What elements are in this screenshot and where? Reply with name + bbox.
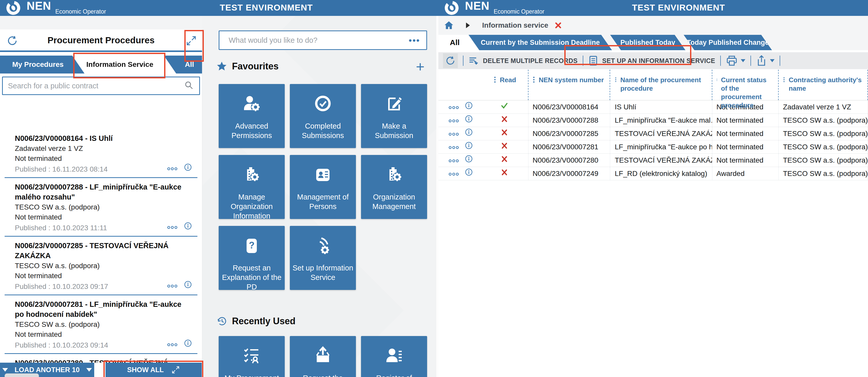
column-header-status[interactable]: Current status of the procurement proced… bbox=[712, 70, 779, 100]
tile-request-the[interactable]: Request the bbox=[290, 336, 356, 377]
item-title: N006/23/V00007280 - TESTOVACÍ VEŘEJNÁ ZA… bbox=[15, 358, 189, 363]
app-header: NEN Economic Operator TEST ENVIRONMENT N… bbox=[0, 0, 868, 16]
more-actions-icon[interactable] bbox=[448, 140, 459, 154]
document-icon bbox=[588, 55, 598, 66]
cell-authority: TESCO SW a.s. (podpora) bbox=[779, 114, 868, 127]
information-service-workspace: Information service AllCurrent by the Su… bbox=[438, 16, 868, 377]
table-row[interactable]: N006/23/V00007281 LF_minipříručka "E-auk… bbox=[438, 140, 868, 154]
column-header-authority[interactable]: Contracting authority's name bbox=[779, 70, 868, 100]
unread-x-icon bbox=[501, 167, 508, 180]
item-published: Published : 10.10.2023 09:14 bbox=[15, 340, 167, 350]
delete-multiple-records-button[interactable]: DELETE MULTIPLE RECORDS bbox=[469, 56, 578, 66]
tile-advanced-permissions[interactable]: Advanced Permissions bbox=[219, 84, 285, 148]
list-item[interactable]: N006/23/V00007285 - TESTOVACÍ VEŘEJNÁ ZA… bbox=[0, 237, 202, 295]
table-row[interactable]: N006/23/V00007288 LF_minipříručka "E-auk… bbox=[438, 114, 868, 127]
favourites-tiles: Advanced Permissions Completed Submissio… bbox=[219, 84, 428, 290]
tile-request-an-explanation-of-the-pd[interactable]: ? Request an Explanation of the PD bbox=[219, 226, 285, 290]
table-row[interactable]: N006/23/V00007249 LF_RD (elektronický ka… bbox=[438, 167, 868, 180]
cell-status: Awarded bbox=[712, 167, 779, 180]
table-row[interactable]: N006/23/V00007280 TESTOVACÍ VEŘEJNÁ ZAKÁ… bbox=[438, 154, 868, 167]
list-item[interactable]: N006/23/V00007288 - LF_minipříručka "E-a… bbox=[0, 178, 202, 237]
show-all-label: SHOW ALL bbox=[127, 366, 164, 374]
tile-organization-management[interactable]: Organization Management bbox=[361, 155, 427, 219]
building-gear-icon bbox=[219, 164, 285, 186]
more-actions-icon[interactable] bbox=[448, 154, 459, 167]
cell-authority: TESCO SW a.s. (podpora) bbox=[779, 140, 868, 154]
cell-nen-number: N006/23/V00007281 bbox=[528, 140, 610, 154]
nen-logo-icon bbox=[5, 1, 22, 17]
information-service-table: Read NEN system number Name of the procu… bbox=[438, 70, 868, 377]
tile-set-up-information-service[interactable]: Set up Information Service bbox=[290, 226, 356, 290]
tile-register-of[interactable]: Register of bbox=[361, 336, 427, 377]
search-icon[interactable] bbox=[184, 81, 193, 91]
info-icon[interactable] bbox=[465, 167, 473, 180]
title-divider bbox=[0, 51, 202, 52]
home-icon[interactable] bbox=[444, 21, 454, 30]
list-item[interactable]: N006/23/V00007281 - LF_minipříručka "E-a… bbox=[0, 295, 202, 354]
print-button[interactable] bbox=[726, 55, 745, 66]
export-button[interactable] bbox=[756, 55, 775, 66]
info-icon[interactable] bbox=[465, 154, 473, 167]
procurement-procedures-panel: Procurement Procedures My ProceduresInfo… bbox=[0, 29, 202, 377]
action-search-input[interactable] bbox=[219, 36, 409, 44]
info-icon[interactable] bbox=[465, 114, 473, 127]
contract-search-input[interactable] bbox=[3, 82, 184, 90]
info-icon[interactable] bbox=[184, 281, 192, 292]
info-icon[interactable] bbox=[184, 163, 192, 175]
list-item[interactable]: N006/23/V00007280 - TESTOVACÍ VEŘEJNÁ ZA… bbox=[0, 354, 202, 363]
info-icon[interactable] bbox=[184, 222, 192, 233]
item-status: Not terminated bbox=[15, 212, 193, 222]
close-page-icon[interactable] bbox=[555, 22, 561, 29]
dropdown-caret-icon bbox=[770, 59, 775, 62]
table-row[interactable]: N006/23/V00007285 TESTOVACÍ VEŘEJNÁ ZAKÁ… bbox=[438, 127, 868, 140]
tile-manage-organization-information[interactable]: Manage Organization Information bbox=[219, 155, 285, 219]
table-row[interactable]: N006/23/V00008164 IS Uhlí Not terminated… bbox=[438, 100, 868, 114]
info-icon[interactable] bbox=[465, 100, 473, 114]
info-icon[interactable] bbox=[184, 339, 192, 351]
item-authority: TESCO SW a.s. (podpora) bbox=[15, 261, 193, 271]
more-actions-icon[interactable] bbox=[448, 114, 459, 127]
tile-management-of-persons[interactable]: Management of Persons bbox=[290, 155, 356, 219]
export-icon bbox=[756, 55, 767, 66]
toolbar-divider bbox=[720, 56, 721, 66]
more-actions-icon[interactable] bbox=[167, 164, 178, 175]
tile-completed-submissions[interactable]: Completed Submissions bbox=[290, 84, 356, 148]
dashboard: ••• Favourites + Advanced Permissions Co… bbox=[202, 16, 436, 377]
add-favourite-button[interactable]: + bbox=[416, 60, 425, 73]
left-tab-all[interactable]: All bbox=[164, 56, 202, 73]
left-tab-information-service[interactable]: Information Service bbox=[74, 56, 166, 73]
read-check-icon bbox=[501, 100, 508, 114]
tile-make-a-submission[interactable]: Make a Submission bbox=[361, 84, 427, 148]
table-body: N006/23/V00008164 IS Uhlí Not terminated… bbox=[438, 100, 868, 180]
toolbar-divider bbox=[463, 56, 463, 66]
workspace-tab-current-by-the-submission-deadline[interactable]: Current by the Submission Deadline bbox=[469, 35, 612, 50]
refresh-button[interactable] bbox=[443, 53, 458, 68]
expand-icon bbox=[171, 366, 180, 374]
more-options-icon[interactable]: ••• bbox=[409, 38, 420, 43]
column-header-read[interactable]: Read bbox=[480, 70, 528, 100]
workspace-tab-published-today[interactable]: Published Today bbox=[610, 35, 685, 50]
item-title: N006/23/V00007285 - TESTOVACÍ VEŘEJNÁ ZA… bbox=[15, 241, 189, 261]
tile-my-procurement[interactable]: My Procurement bbox=[219, 336, 285, 377]
left-tab-my-procedures[interactable]: My Procedures bbox=[0, 56, 85, 73]
more-actions-icon[interactable] bbox=[448, 167, 459, 180]
set-up-information-service-button[interactable]: SET UP AN INFORMATION SERVICE bbox=[588, 55, 715, 66]
more-actions-icon[interactable] bbox=[167, 340, 178, 350]
info-icon[interactable] bbox=[465, 127, 473, 140]
expand-panel-button[interactable] bbox=[185, 34, 198, 48]
more-actions-icon[interactable] bbox=[448, 127, 459, 140]
column-header-name[interactable]: Name of the procurement procedure bbox=[610, 70, 712, 100]
more-actions-icon[interactable] bbox=[167, 223, 178, 233]
more-actions-icon[interactable] bbox=[167, 281, 178, 292]
column-header-nen-number[interactable]: NEN system number bbox=[528, 70, 610, 100]
more-actions-icon[interactable] bbox=[448, 100, 459, 114]
item-status: Not terminated bbox=[15, 271, 193, 281]
info-icon[interactable] bbox=[465, 140, 473, 154]
star-icon bbox=[216, 61, 227, 72]
panel-title: Procurement Procedures bbox=[0, 35, 202, 45]
upload-box-icon bbox=[290, 345, 356, 367]
show-all-button[interactable]: SHOW ALL bbox=[105, 363, 202, 377]
workspace-tab-today-published-change[interactable]: Today Published Change bbox=[684, 35, 772, 50]
brand-text: NEN bbox=[27, 0, 51, 12]
list-item[interactable]: N006/23/V00008164 - IS Uhlí Zadavatel ve… bbox=[0, 129, 202, 178]
